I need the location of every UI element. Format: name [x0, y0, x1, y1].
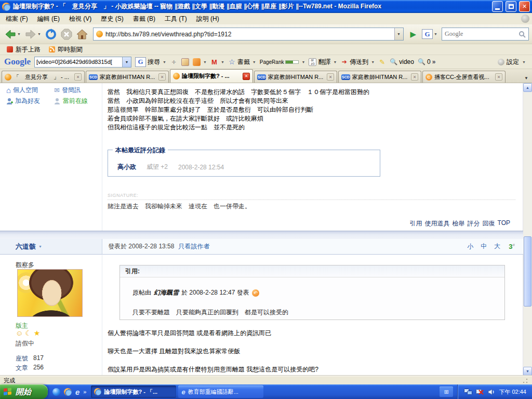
- stop-icon: [61, 29, 72, 40]
- translate-button[interactable]: 翻譯 ▼: [309, 58, 337, 66]
- query-dropdown-icon[interactable]: ▼: [122, 57, 131, 67]
- forward-dropdown-icon[interactable]: ▼: [37, 32, 41, 36]
- quick-launch-firefox-icon[interactable]: [64, 388, 72, 396]
- stat-value: 817: [33, 354, 44, 363]
- tab-boke-cc[interactable]: 播客CC-全屏查看视...: [422, 71, 506, 83]
- send-to-button[interactable]: 傳送到 ▼: [340, 58, 375, 66]
- tab-label: 家庭教師HITMAN R...: [352, 73, 409, 81]
- restore-button[interactable]: [506, 1, 516, 12]
- minimize-button[interactable]: [492, 1, 503, 12]
- word-find-video[interactable]: video: [390, 58, 414, 66]
- quick-launch-overflow-icon[interactable]: [83, 389, 86, 395]
- menu-view[interactable]: 檢視 (V): [64, 13, 96, 25]
- back-button[interactable]: ▼: [3, 26, 22, 43]
- quote-author-link[interactable]: 幻海飄雪: [154, 288, 179, 297]
- menu-edit[interactable]: 編輯 (E): [33, 13, 64, 25]
- tab-word-limit-active[interactable]: 論壇限制字數? - ...: [170, 69, 253, 83]
- close-button[interactable]: [519, 1, 530, 12]
- search-engine-selector[interactable]: ▼: [420, 26, 439, 43]
- scrollbar-thumb[interactable]: [524, 236, 531, 307]
- only-author-link[interactable]: 只看該作者: [178, 242, 209, 251]
- go-button[interactable]: [407, 30, 420, 39]
- font-size-small-link[interactable]: 小: [467, 242, 473, 251]
- photos-icon[interactable]: [181, 58, 189, 66]
- vertical-scrollbar[interactable]: [523, 83, 532, 376]
- autofill-icon[interactable]: [170, 58, 178, 66]
- moon-medal-icon: [25, 329, 32, 337]
- tab-close-icon[interactable]: [495, 73, 502, 81]
- google-query-input[interactable]: [35, 59, 122, 65]
- resize-grip[interactable]: [522, 377, 528, 384]
- report-link[interactable]: 檢舉: [453, 219, 465, 228]
- task-button-dictionary[interactable]: 教育部重編國語辭...: [178, 385, 263, 398]
- reply-link[interactable]: 回復: [483, 219, 495, 228]
- add-friend-link[interactable]: 加為好友: [6, 97, 40, 105]
- home-button[interactable]: [75, 26, 89, 43]
- rating-user-link[interactable]: 高小政: [117, 163, 136, 171]
- font-size-large-link[interactable]: 大: [494, 242, 500, 251]
- tab-hitman-3[interactable]: 家庭教師HITMAN R...: [338, 71, 421, 83]
- search-input[interactable]: [445, 30, 518, 38]
- quick-launch-globe-icon[interactable]: [52, 388, 60, 396]
- font-size-medium-link[interactable]: 中: [481, 242, 487, 251]
- package-icon: [193, 58, 201, 66]
- use-item-link[interactable]: 使用道具: [425, 219, 450, 228]
- pagerank-dropdown-icon: ▼: [301, 60, 305, 64]
- url-dropdown-icon[interactable]: ▼: [394, 28, 403, 40]
- menu-file[interactable]: 檔案 (F): [1, 13, 33, 25]
- tab-hitman-2[interactable]: 家庭教師HITMAN R...: [254, 71, 337, 83]
- google-search-button[interactable]: 搜尋 ▼: [135, 57, 166, 67]
- menu-bookmarks[interactable]: 書籤 (B): [128, 13, 160, 25]
- top-link[interactable]: TOP: [498, 219, 510, 228]
- tab-opinion-share[interactable]: 「 意見分享 」 - ...: [2, 71, 85, 83]
- post2-username-link[interactable]: 六道骸: [16, 242, 36, 251]
- more-tools-icon[interactable]: [432, 58, 436, 65]
- gmail-button[interactable]: ▼: [210, 58, 224, 66]
- online-status-link[interactable]: 當前在線: [54, 97, 88, 105]
- reload-button[interactable]: [44, 26, 58, 43]
- floor-number-link[interactable]: 3#: [509, 243, 515, 250]
- highlighter-icon[interactable]: [378, 58, 386, 66]
- bookmark-getting-started[interactable]: 新手上路: [4, 45, 43, 55]
- pagerank-indicator[interactable]: PageRank ▼: [260, 59, 305, 65]
- tab-close-icon[interactable]: [74, 73, 82, 81]
- back-arrow-icon: [5, 29, 16, 39]
- task-button-firefox[interactable]: 論壇限制字數? - 「...: [91, 385, 176, 398]
- package-button[interactable]: ▼: [193, 58, 207, 66]
- search-icon[interactable]: [518, 31, 526, 38]
- quote-link[interactable]: 引用: [410, 219, 422, 228]
- username-dropdown-icon[interactable]: ▼: [38, 245, 42, 248]
- back-dropdown-icon[interactable]: ▼: [17, 32, 21, 36]
- scroll-down-icon[interactable]: [523, 367, 532, 376]
- tab-close-icon[interactable]: [327, 73, 334, 81]
- tab-close-icon[interactable]: [411, 73, 418, 81]
- clock[interactable]: 下午 02:44: [499, 388, 526, 396]
- forward-button[interactable]: ▼: [23, 26, 43, 43]
- volume-icon[interactable]: [488, 389, 495, 395]
- tab-list-dropdown-icon[interactable]: ▼: [522, 76, 530, 81]
- toolbar-settings[interactable]: 設定 ▼: [498, 58, 528, 66]
- tab-hitman-1[interactable]: 家庭教師HITMAN R...: [86, 71, 169, 83]
- post1-body: 當然 我相信只要真正想回復 不是敷衍灌水的話 字數要低於５個字 １０個字是相當困…: [108, 88, 502, 132]
- scroll-up-icon[interactable]: [523, 83, 532, 92]
- word-find-count[interactable]: 0: [418, 58, 435, 66]
- menu-history[interactable]: 歷史 (S): [96, 13, 128, 25]
- profile-space-link[interactable]: 個人空間: [6, 86, 38, 95]
- bookmark-latest-news[interactable]: 即時新聞: [46, 45, 85, 55]
- goto-quoted-post-icon[interactable]: [252, 289, 259, 297]
- quick-launch-ie-icon[interactable]: [75, 388, 79, 396]
- menu-help[interactable]: 說明 (H): [192, 13, 224, 25]
- rate-link[interactable]: 評分: [468, 219, 480, 228]
- tab-close-icon[interactable]: [158, 73, 166, 81]
- post2-author-cell: 六道骸 ▼: [0, 239, 102, 254]
- network-icon[interactable]: [464, 389, 472, 395]
- menu-tools[interactable]: 工具 (T): [160, 13, 192, 25]
- url-input[interactable]: [105, 31, 392, 38]
- network-disconnected-icon[interactable]: [476, 389, 484, 395]
- tab-close-icon[interactable]: [243, 73, 250, 80]
- stop-button[interactable]: [59, 26, 74, 43]
- bookmarks-button[interactable]: 書籤 ▼: [228, 58, 256, 66]
- start-button[interactable]: 開始: [0, 384, 48, 399]
- language-bar-button[interactable]: [440, 387, 453, 397]
- send-message-link[interactable]: 發簡訊: [54, 86, 81, 95]
